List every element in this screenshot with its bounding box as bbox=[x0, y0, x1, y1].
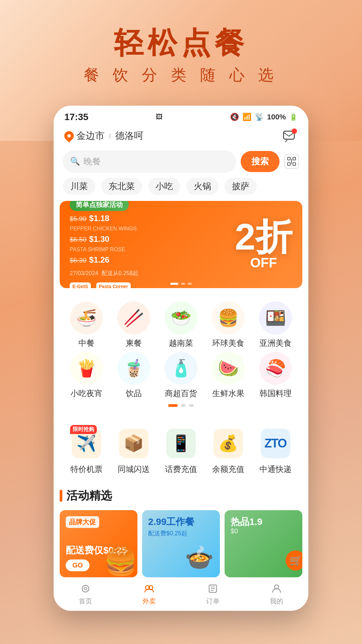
food-icon-cambodian: 🥢 bbox=[117, 302, 150, 334]
card-main-hot: 热品1.9 bbox=[231, 516, 296, 528]
banner-discount-text: 2折 bbox=[235, 218, 292, 255]
food-icon-global: 🍔 bbox=[212, 302, 245, 334]
food-cat-vietnamese[interactable]: 🥗 越南菜 bbox=[158, 302, 205, 348]
search-bar: 🔍 晚餐 搜索 bbox=[54, 147, 308, 178]
nav-item-takeout[interactable]: 外卖 bbox=[117, 579, 181, 609]
food-label-fruit: 生鲜水果 bbox=[212, 388, 244, 399]
food-cat-drinks[interactable]: 🧋 饮品 bbox=[110, 352, 158, 399]
food-cat-snack[interactable]: 🍟 小吃夜宵 bbox=[63, 352, 110, 399]
banner-dots bbox=[170, 283, 192, 285]
cart-overlay-icon[interactable]: 🛒 bbox=[286, 550, 302, 571]
food-icon-market: 🧴 bbox=[165, 352, 197, 385]
food-cat-cambodian[interactable]: 🥢 柬餐 bbox=[110, 302, 158, 348]
status-image-icon: 🖼 bbox=[156, 113, 163, 121]
search-input-container[interactable]: 🔍 晚餐 bbox=[63, 151, 236, 172]
food-icon-fruit: 🍉 bbox=[212, 352, 245, 385]
nav-label-home: 首页 bbox=[79, 597, 92, 606]
activity-section-title: 活动精选 bbox=[66, 488, 112, 503]
cat-tag-4[interactable]: 披萨 bbox=[225, 178, 257, 195]
banner-price-new-2: $1.26 bbox=[89, 255, 109, 265]
banner-price-new-0: $1.18 bbox=[89, 214, 109, 223]
food-icon-asian: 🍱 bbox=[259, 302, 292, 334]
svg-point-7 bbox=[82, 585, 89, 592]
status-bar: 17:35 🖼 🔇 📶 📡 100% 🔋 bbox=[54, 106, 308, 125]
svg-rect-3 bbox=[293, 157, 296, 160]
home-icon bbox=[79, 583, 92, 595]
activity-section: 活动精选 品牌大促 配送费仅$0.25 GO bbox=[60, 488, 302, 577]
food-cat-fruit[interactable]: 🍉 生鲜水果 bbox=[204, 352, 252, 399]
orders-icon bbox=[207, 583, 219, 595]
banner-logo-pasta: Pasta Corner bbox=[96, 282, 131, 288]
search-button[interactable]: 搜索 bbox=[241, 151, 280, 172]
promo-banner[interactable]: 简单点独家活动 $5.90 $1.18 PEPPER CHICKEN WINGS… bbox=[60, 201, 302, 288]
wifi-icon: 📶 bbox=[242, 113, 251, 121]
banner-promo-label: 简单点独家活动 bbox=[70, 201, 129, 211]
grid-page-dots bbox=[63, 399, 299, 410]
food-label-chinese: 中餐 bbox=[78, 338, 95, 348]
banner-price-old-2: $6.30 bbox=[70, 257, 86, 264]
card-tag-brand: 品牌大促 bbox=[66, 516, 99, 528]
food-cat-chinese[interactable]: 🍜 中餐 bbox=[63, 302, 110, 348]
service-zto[interactable]: ZTO 中通快递 bbox=[252, 427, 299, 475]
service-balance[interactable]: 💰 余额充值 bbox=[204, 427, 252, 475]
svg-rect-4 bbox=[288, 163, 290, 165]
service-label-topup: 话费充值 bbox=[165, 464, 197, 475]
cat-tag-2[interactable]: 小吃 bbox=[148, 178, 180, 195]
message-icon-button[interactable] bbox=[280, 128, 298, 143]
service-label-flight: 特价机票 bbox=[70, 464, 103, 475]
food-icon-vietnamese: 🥗 bbox=[165, 302, 197, 334]
services-row: ✈️ 限时抢购 特价机票 📦 同城闪送 📱 话费充值 bbox=[60, 419, 302, 483]
battery-icon: 🔋 bbox=[289, 113, 298, 121]
svg-rect-2 bbox=[288, 157, 290, 160]
food-label-market: 商超百货 bbox=[165, 388, 197, 399]
food-cat-global[interactable]: 🍔 环球美食 bbox=[204, 302, 252, 348]
food-label-korean: 韩国料理 bbox=[259, 388, 292, 399]
nav-label-orders: 订单 bbox=[206, 597, 220, 606]
section-accent-bar bbox=[60, 490, 62, 502]
scan-icon-button[interactable] bbox=[284, 154, 299, 169]
food-label-snack: 小吃夜宵 bbox=[70, 388, 103, 399]
service-label-delivery: 同城闪送 bbox=[118, 464, 150, 475]
profile-icon bbox=[270, 583, 283, 595]
food-icon-snack: 🍟 bbox=[70, 352, 103, 385]
activity-card-work-meal[interactable]: 2.99工作餐 配送费$0.25起 🍲 bbox=[142, 510, 220, 577]
nav-label-takeout: 外卖 bbox=[142, 597, 156, 606]
activity-card-hot-item[interactable]: 热品1.9 $0 🛒 bbox=[225, 510, 302, 577]
takeout-icon bbox=[143, 583, 155, 595]
search-icon: 🔍 bbox=[70, 157, 80, 166]
grid-dot-3 bbox=[189, 404, 194, 407]
nav-item-orders[interactable]: 订单 bbox=[181, 579, 245, 609]
service-label-balance: 余额充值 bbox=[212, 464, 244, 475]
service-flight[interactable]: ✈️ 限时抢购 特价机票 bbox=[63, 427, 110, 475]
location-pin-icon bbox=[62, 129, 76, 143]
location-district: 德洛呵 bbox=[115, 129, 143, 142]
location-bar[interactable]: 金边市 | 德洛呵 bbox=[54, 125, 308, 147]
card-main-work: 2.99工作餐 bbox=[148, 516, 214, 528]
service-delivery[interactable]: 📦 同城闪送 bbox=[110, 427, 158, 475]
cat-tag-0[interactable]: 川菜 bbox=[63, 178, 95, 195]
food-cat-korean[interactable]: 🍣 韩国料理 bbox=[252, 352, 299, 399]
cat-tag-3[interactable]: 火锅 bbox=[186, 178, 219, 195]
cat-tag-1[interactable]: 东北菜 bbox=[101, 178, 142, 195]
card-sub-hot: $0 bbox=[231, 527, 296, 535]
hero-title: 轻松点餐 bbox=[0, 27, 362, 59]
location-city: 金边市 bbox=[76, 129, 105, 142]
food-label-asian: 亚洲美食 bbox=[259, 338, 292, 348]
service-badge-limited: 限时抢购 bbox=[70, 425, 97, 434]
phone-mockup: 17:35 🖼 🔇 📶 📡 100% 🔋 金边市 | 德洛呵 bbox=[54, 106, 308, 611]
service-topup[interactable]: 📱 话费充值 bbox=[158, 427, 205, 475]
nav-item-profile[interactable]: 我的 bbox=[245, 579, 308, 609]
card-food-work: 🍲 bbox=[148, 544, 214, 571]
battery-level: 100% bbox=[267, 113, 286, 121]
bottom-nav: 首页 外卖 bbox=[54, 577, 308, 611]
banner-off-label: OFF bbox=[250, 255, 277, 270]
nav-item-home[interactable]: 首页 bbox=[54, 579, 117, 609]
card-go-button[interactable]: GO bbox=[66, 559, 89, 571]
svg-line-1 bbox=[286, 140, 287, 142]
food-cat-market[interactable]: 🧴 商超百货 bbox=[158, 352, 205, 399]
food-cat-asian[interactable]: 🍱 亚洲美食 bbox=[252, 302, 299, 348]
food-label-cambodian: 柬餐 bbox=[126, 338, 142, 348]
service-label-zto: 中通快递 bbox=[259, 464, 292, 475]
category-tags-row: 川菜 东北菜 小吃 火锅 披萨 bbox=[54, 178, 308, 201]
activity-card-brand[interactable]: 品牌大促 配送费仅$0.25 GO 🍔 bbox=[60, 510, 137, 577]
